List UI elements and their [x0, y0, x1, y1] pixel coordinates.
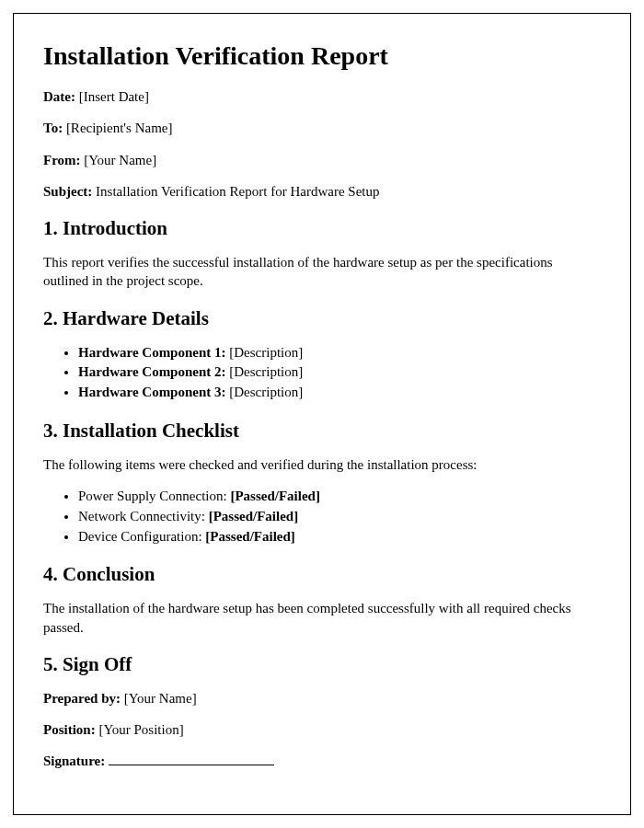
- section-signoff-heading: 5. Sign Off: [43, 653, 601, 676]
- hw-item-label: Hardware Component 3:: [78, 385, 226, 399]
- meta-date-label: Date:: [43, 89, 75, 104]
- list-item: Power Supply Connection: [Passed/Failed]: [78, 487, 601, 507]
- signoff-prepared: Prepared by: [Your Name]: [43, 689, 601, 707]
- signoff-prepared-value: [Your Name]: [121, 691, 197, 706]
- section-checklist-heading: 3. Installation Checklist: [43, 420, 601, 443]
- section-intro-heading: 1. Introduction: [43, 217, 601, 240]
- hw-item-value: [Description]: [226, 385, 304, 399]
- hw-item-label: Hardware Component 1:: [78, 345, 226, 360]
- meta-date-value: [Insert Date]: [75, 89, 149, 104]
- check-item-status: [Passed/Failed]: [205, 529, 295, 544]
- hw-item-label: Hardware Component 2:: [78, 364, 226, 379]
- signoff-signature-label: Signature:: [43, 753, 105, 768]
- hw-item-value: [Description]: [226, 364, 304, 379]
- meta-subject-label: Subject:: [43, 184, 92, 199]
- section-conclusion-heading: 4. Conclusion: [43, 563, 601, 586]
- checklist-list: Power Supply Connection: [Passed/Failed]…: [78, 487, 601, 546]
- meta-from-label: From:: [43, 153, 81, 167]
- hw-item-value: [Description]: [226, 345, 304, 360]
- check-item-status: [Passed/Failed]: [230, 489, 320, 503]
- list-item: Hardware Component 2: [Description]: [78, 362, 601, 383]
- section-intro-text: This report verifies the successful inst…: [43, 253, 601, 291]
- meta-to-value: [Recipient's Name]: [63, 121, 172, 135]
- signoff-prepared-label: Prepared by:: [43, 691, 121, 706]
- meta-from: From: [Your Name]: [43, 151, 601, 169]
- section-hardware-heading: 2. Hardware Details: [43, 307, 601, 330]
- hardware-list: Hardware Component 1: [Description] Hard…: [78, 343, 601, 403]
- meta-to-label: To:: [43, 121, 63, 135]
- signature-line: [109, 765, 274, 765]
- section-checklist-intro: The following items were checked and ver…: [43, 455, 601, 474]
- check-item-label: Device Configuration:: [78, 529, 205, 544]
- signoff-signature: Signature:: [43, 752, 601, 770]
- document-page: Installation Verification Report Date: […: [13, 13, 631, 815]
- meta-subject: Subject: Installation Verification Repor…: [43, 182, 601, 201]
- section-conclusion-text: The installation of the hardware setup h…: [43, 599, 601, 637]
- meta-date: Date: [Insert Date]: [43, 87, 601, 106]
- signoff-position-label: Position:: [43, 722, 96, 737]
- list-item: Device Configuration: [Passed/Failed]: [78, 527, 601, 547]
- signoff-position-value: [Your Position]: [96, 722, 184, 737]
- check-item-label: Power Supply Connection:: [78, 489, 230, 503]
- page-title: Installation Verification Report: [43, 41, 601, 71]
- list-item: Network Connectivity: [Passed/Failed]: [78, 507, 601, 527]
- list-item: Hardware Component 1: [Description]: [78, 343, 601, 363]
- signoff-position: Position: [Your Position]: [43, 720, 601, 739]
- meta-from-value: [Your Name]: [81, 153, 157, 167]
- list-item: Hardware Component 3: [Description]: [78, 383, 601, 403]
- meta-to: To: [Recipient's Name]: [43, 119, 601, 137]
- check-item-status: [Passed/Failed]: [209, 509, 299, 523]
- meta-subject-value: Installation Verification Report for Har…: [92, 184, 379, 199]
- check-item-label: Network Connectivity:: [78, 509, 209, 523]
